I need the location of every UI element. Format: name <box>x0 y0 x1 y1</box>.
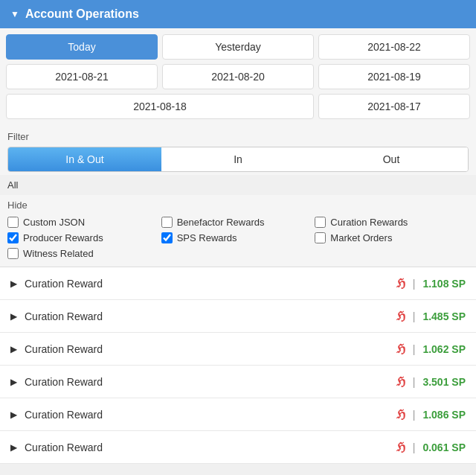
reward-value: 1.086 SP <box>422 409 466 421</box>
reward-expand-arrow[interactable]: ▶ <box>10 442 17 453</box>
checkbox-curation-rewards-input[interactable] <box>315 217 326 228</box>
steem-icon: ℌ <box>396 309 405 323</box>
checkbox-custom-json[interactable]: Custom JSON <box>7 217 161 228</box>
checkbox-producer-rewards-label: Producer Rewards <box>23 232 103 243</box>
date-yesterday[interactable]: Yesterday <box>162 34 314 60</box>
checkbox-sps-rewards-input[interactable] <box>161 232 173 243</box>
reward-expand-arrow[interactable]: ▶ <box>10 344 17 354</box>
checkbox-witness-related-input[interactable] <box>7 248 19 259</box>
reward-name: Curation Reward <box>25 376 389 388</box>
steem-icon: ℌ <box>396 276 405 290</box>
reward-value: 1.062 SP <box>422 343 466 355</box>
reward-item: ▶ Curation Reward ℌ | 0.061 SP <box>0 431 476 464</box>
tab-out[interactable]: Out <box>315 147 468 171</box>
filter-section: Filter In & Out In Out <box>0 125 476 175</box>
checkbox-sps-rewards-label: SPS Rewards <box>177 232 237 243</box>
reward-expand-arrow[interactable]: ▶ <box>10 278 17 289</box>
reward-expand-arrow[interactable]: ▶ <box>10 409 17 420</box>
date-2021-08-21[interactable]: 2021-08-21 <box>6 64 158 89</box>
checkbox-curation-rewards-label: Curation Rewards <box>330 217 408 228</box>
checkbox-benefactor-rewards-label: Benefactor Rewards <box>177 217 265 228</box>
reward-name: Curation Reward <box>25 343 389 355</box>
filter-label: Filter <box>7 131 469 142</box>
checkbox-producer-rewards[interactable]: Producer Rewards <box>7 232 161 243</box>
reward-divider: | <box>413 376 416 388</box>
header-title: Account Operations <box>25 7 139 21</box>
reward-divider: | <box>413 310 416 322</box>
steem-icon: ℌ <box>396 440 405 454</box>
checkbox-benefactor-rewards[interactable]: Benefactor Rewards <box>161 217 315 228</box>
checkbox-sps-rewards[interactable]: SPS Rewards <box>161 232 315 243</box>
reward-expand-arrow[interactable]: ▶ <box>10 311 17 322</box>
reward-name: Curation Reward <box>25 278 389 290</box>
checkbox-custom-json-label: Custom JSON <box>23 217 85 228</box>
reward-name: Curation Reward <box>25 310 389 322</box>
checkbox-market-orders[interactable]: Market Orders <box>315 232 469 243</box>
reward-value: 0.061 SP <box>422 441 466 453</box>
reward-divider: | <box>413 343 416 355</box>
reward-expand-arrow[interactable]: ▶ <box>10 377 17 387</box>
reward-item: ▶ Curation Reward ℌ | 3.501 SP <box>0 366 476 398</box>
checkbox-benefactor-rewards-input[interactable] <box>161 217 173 228</box>
checkbox-witness-related-label: Witness Related <box>23 248 94 259</box>
reward-divider: | <box>413 409 416 421</box>
reward-item: ▶ Curation Reward ℌ | 1.062 SP <box>0 333 476 366</box>
account-operations-header: ▼ Account Operations <box>0 0 476 28</box>
reward-name: Curation Reward <box>25 441 389 453</box>
reward-value: 1.485 SP <box>422 310 466 322</box>
checkbox-witness-related[interactable]: Witness Related <box>7 248 161 259</box>
reward-divider: | <box>413 441 416 453</box>
tab-in-and-out[interactable]: In & Out <box>8 147 161 171</box>
hide-label: Hide <box>7 200 469 211</box>
checkbox-curation-rewards[interactable]: Curation Rewards <box>315 217 469 228</box>
date-2021-08-18[interactable]: 2021-08-18 <box>6 94 314 119</box>
chevron-icon[interactable]: ▼ <box>10 9 19 19</box>
checkbox-market-orders-label: Market Orders <box>330 232 392 243</box>
date-2021-08-17[interactable]: 2021-08-17 <box>318 94 470 119</box>
date-2021-08-22[interactable]: 2021-08-22 <box>318 34 470 60</box>
reward-divider: | <box>413 278 416 290</box>
checkbox-grid: Custom JSON Benefactor Rewards Curation … <box>7 217 469 259</box>
all-label: All <box>0 175 476 195</box>
filter-tabs: In & Out In Out <box>7 147 469 172</box>
checkbox-custom-json-input[interactable] <box>7 217 19 228</box>
tab-in[interactable]: In <box>161 147 315 171</box>
checkbox-market-orders-input[interactable] <box>315 232 326 243</box>
reward-item: ▶ Curation Reward ℌ | 1.108 SP <box>0 267 476 300</box>
reward-item: ▶ Curation Reward ℌ | 1.086 SP <box>0 398 476 431</box>
reward-item: ▶ Curation Reward ℌ | 1.485 SP <box>0 300 476 333</box>
date-today[interactable]: Today <box>6 34 158 60</box>
hide-section: Hide Custom JSON Benefactor Rewards Cura… <box>0 195 476 267</box>
reward-value: 3.501 SP <box>422 376 466 388</box>
checkbox-producer-rewards-input[interactable] <box>7 232 19 243</box>
steem-icon: ℌ <box>396 374 405 389</box>
date-grid: Today Yesterday 2021-08-22 2021-08-21 20… <box>0 28 476 125</box>
steem-icon: ℌ <box>396 407 405 421</box>
reward-value: 1.108 SP <box>422 278 466 290</box>
date-2021-08-19[interactable]: 2021-08-19 <box>318 64 470 89</box>
date-2021-08-20[interactable]: 2021-08-20 <box>162 64 314 89</box>
rewards-list: ▶ Curation Reward ℌ | 1.108 SP ▶ Curatio… <box>0 267 476 464</box>
reward-name: Curation Reward <box>25 409 389 421</box>
steem-icon: ℌ <box>396 342 405 356</box>
